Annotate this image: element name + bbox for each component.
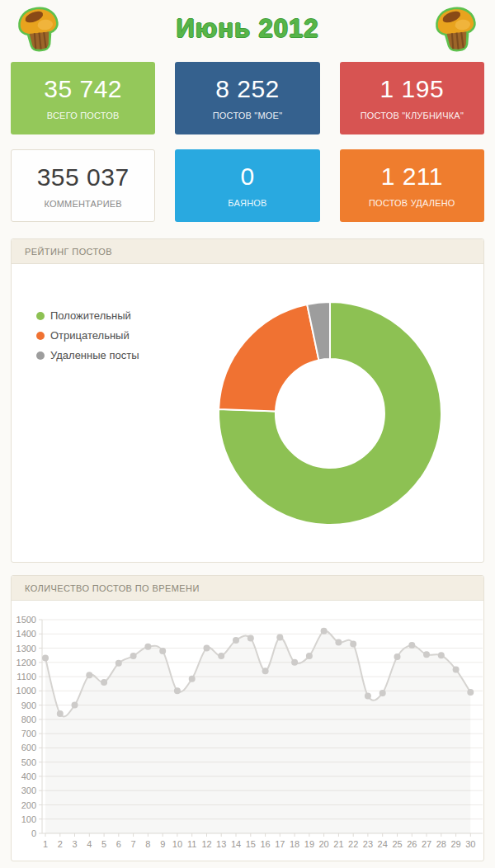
data-point-day-10 — [174, 687, 181, 694]
data-point-day-27 — [423, 651, 430, 658]
legend-item-deleted[interactable]: Удаленные посты — [36, 349, 139, 361]
stat-card-deleted-posts: 1 211 ПОСТОВ УДАЛЕНО — [340, 149, 484, 222]
x-axis-label: 13 — [216, 839, 226, 849]
timeline-panel-title: КОЛИЧЕСТВО ПОСТОВ ПО ВРЕМЕНИ — [12, 576, 483, 601]
data-point-day-8 — [144, 644, 151, 650]
data-point-day-6 — [116, 660, 122, 667]
timeline-panel-body: 0100200300400500600700800900100011001200… — [12, 601, 483, 861]
data-point-day-23 — [365, 692, 371, 699]
data-point-day-29 — [453, 666, 460, 672]
data-point-day-3 — [72, 702, 78, 709]
stat-card-comments: 355 037 КОММЕНТАРИЕВ — [11, 149, 155, 222]
dashboard-page: { "header": { "title": "Июнь 2012" }, "c… — [0, 0, 495, 868]
stat-value: 35 742 — [11, 75, 155, 103]
data-point-day-1 — [42, 655, 49, 662]
x-axis-label: 29 — [450, 839, 460, 849]
data-point-day-15 — [248, 634, 254, 641]
data-point-day-30 — [467, 689, 474, 696]
muffin-icon — [430, 2, 483, 55]
stat-card-moe-posts: 8 252 ПОСТОВ "МОЕ" — [175, 62, 319, 134]
muffin-icon — [12, 2, 65, 55]
page-header: Июнь 2012 — [0, 0, 495, 58]
x-axis-label: 10 — [172, 839, 182, 849]
data-point-day-24 — [380, 690, 386, 696]
stats-grid: 35 742 ВСЕГО ПОСТОВ 8 252 ПОСТОВ "МОЕ" 1… — [11, 62, 484, 222]
data-point-day-20 — [321, 628, 328, 634]
data-point-day-9 — [159, 648, 166, 654]
data-point-day-18 — [291, 659, 298, 666]
donut-slice-1 — [219, 304, 318, 412]
x-axis-label: 8 — [145, 839, 150, 849]
data-point-day-25 — [394, 653, 401, 660]
data-point-day-21 — [335, 639, 342, 646]
y-axis-label: 0 — [31, 828, 36, 838]
x-axis-label: 1 — [43, 839, 48, 849]
x-axis-label: 4 — [87, 839, 92, 849]
x-axis-label: 11 — [187, 839, 196, 849]
data-point-day-14 — [233, 637, 239, 644]
stat-label: ВСЕГО ПОСТОВ — [11, 111, 155, 120]
stat-card-strawberry-posts: 1 195 ПОСТОВ "КЛУБНИЧКА" — [340, 62, 484, 134]
x-axis-label: 25 — [392, 839, 402, 849]
rating-panel-body: Положительный Отрицательный Удаленные по… — [12, 264, 483, 562]
y-axis-label: 400 — [21, 771, 36, 781]
stat-label: ПОСТОВ "МОЕ" — [175, 111, 319, 120]
x-axis-label: 3 — [72, 839, 77, 849]
legend-dot-positive — [36, 312, 45, 320]
stat-value: 1 211 — [340, 163, 484, 191]
data-point-day-11 — [189, 676, 196, 682]
x-axis-label: 2 — [58, 839, 63, 849]
data-point-day-22 — [350, 640, 356, 647]
stat-value: 355 037 — [12, 163, 154, 191]
timeline-chart: 0100200300400500600700800900100011001200… — [12, 603, 483, 859]
x-axis-label: 20 — [318, 839, 328, 849]
x-axis-label: 21 — [333, 839, 343, 849]
legend-dot-negative — [36, 332, 45, 340]
series-area — [45, 630, 470, 833]
legend-label: Удаленные посты — [50, 349, 139, 361]
data-point-day-26 — [408, 642, 415, 649]
stat-label: КОММЕНТАРИЕВ — [12, 199, 154, 209]
stat-label: БАЯНОВ — [175, 198, 319, 208]
x-axis-label: 23 — [363, 839, 373, 849]
x-axis-label: 30 — [465, 839, 475, 849]
data-point-day-2 — [57, 710, 64, 717]
y-axis-label: 1000 — [16, 686, 36, 696]
data-point-day-7 — [130, 653, 137, 659]
x-axis-label: 5 — [101, 839, 106, 849]
x-axis-label: 22 — [348, 839, 358, 849]
stat-value: 8 252 — [175, 75, 319, 103]
data-point-day-16 — [262, 668, 269, 674]
data-point-day-17 — [276, 634, 283, 641]
x-axis-label: 19 — [304, 839, 314, 849]
y-axis-label: 1500 — [16, 615, 36, 625]
data-point-day-4 — [86, 672, 92, 678]
donut-legend: Положительный Отрицательный Удаленные по… — [36, 309, 139, 369]
y-axis-label: 500 — [21, 757, 36, 767]
rating-panel: РЕЙТИНГ ПОСТОВ Положительный Отрицательн… — [11, 238, 484, 563]
data-point-day-13 — [218, 653, 224, 659]
y-axis-label: 1100 — [16, 672, 36, 682]
x-axis-label: 6 — [116, 839, 121, 849]
stat-value: 1 195 — [340, 75, 484, 103]
legend-label: Положительный — [50, 309, 131, 322]
y-axis-label: 300 — [21, 785, 36, 795]
x-axis-label: 12 — [201, 839, 211, 849]
stat-card-bayans: 0 БАЯНОВ — [175, 149, 319, 222]
timeline-panel: КОЛИЧЕСТВО ПОСТОВ ПО ВРЕМЕНИ 01002003004… — [11, 575, 484, 861]
page-title: Июнь 2012 — [0, 0, 495, 58]
y-axis-label: 100 — [21, 814, 36, 824]
data-point-day-12 — [204, 645, 210, 652]
legend-item-negative[interactable]: Отрицательный — [36, 329, 139, 342]
y-axis-label: 1400 — [16, 629, 36, 639]
y-axis-label: 200 — [21, 800, 36, 810]
x-axis-label: 16 — [260, 839, 270, 849]
y-axis-label: 600 — [21, 743, 36, 752]
data-point-day-5 — [101, 679, 107, 686]
y-axis-label: 1300 — [16, 644, 36, 653]
x-axis-label: 14 — [231, 839, 241, 849]
x-axis-label: 15 — [246, 839, 256, 849]
legend-item-positive[interactable]: Положительный — [36, 309, 139, 322]
x-axis-label: 27 — [422, 839, 431, 849]
stat-card-total-posts: 35 742 ВСЕГО ПОСТОВ — [11, 62, 155, 134]
